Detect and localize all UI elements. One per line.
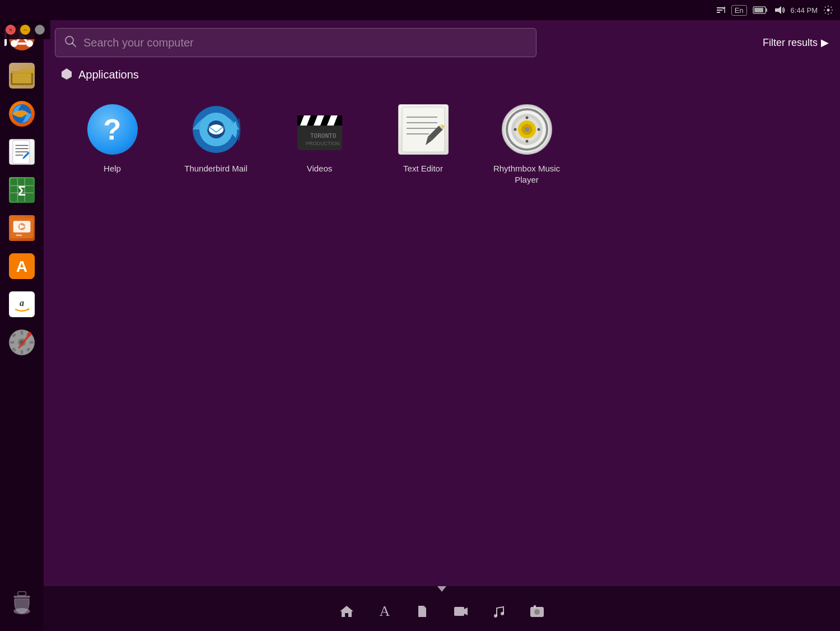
bottom-item-applications[interactable]: A xyxy=(371,598,398,625)
app-label-videos: Videos xyxy=(307,163,333,174)
search-input[interactable] xyxy=(83,36,527,49)
svg-text:PRODUCTION: PRODUCTION xyxy=(306,141,340,146)
battery-indicator xyxy=(753,6,768,15)
svg-text:A: A xyxy=(380,604,390,619)
svg-text:a: a xyxy=(20,298,24,308)
svg-point-87 xyxy=(525,140,528,143)
search-icon xyxy=(64,35,77,50)
close-button[interactable]: × xyxy=(6,25,16,35)
app-label-thunderbird: Thunderbird Mail xyxy=(184,163,248,174)
svg-line-55 xyxy=(72,43,76,47)
bottom-item-music[interactable] xyxy=(486,598,512,625)
dock-item-trash[interactable] xyxy=(4,585,39,620)
svg-rect-53 xyxy=(18,592,26,596)
svg-text:TORONTO: TORONTO xyxy=(310,132,336,140)
app-item-rhythmbox[interactable]: Rhythmbox Music Player xyxy=(475,97,578,198)
help-icon: ? xyxy=(86,103,139,156)
svg-text:A: A xyxy=(16,258,27,275)
svg-point-50 xyxy=(27,332,31,336)
svg-point-97 xyxy=(534,609,540,615)
filter-results-arrow: ▶ xyxy=(821,36,829,49)
window-controls: × − xyxy=(0,20,50,39)
app-item-help[interactable]: ? Help xyxy=(60,97,164,198)
svg-marker-56 xyxy=(62,68,72,80)
dock-item-calc[interactable]: Σ xyxy=(4,173,39,207)
svg-rect-4 xyxy=(766,8,767,12)
dock-item-system-settings[interactable] xyxy=(4,325,39,360)
bottom-item-home[interactable] xyxy=(333,598,360,625)
app-item-text-editor[interactable]: Text Editor xyxy=(371,97,475,198)
svg-text:Σ: Σ xyxy=(18,184,26,198)
filter-results-button[interactable]: Filter results ▶ xyxy=(763,36,829,49)
svg-rect-45 xyxy=(30,341,34,344)
search-area: Filter results ▶ xyxy=(44,20,840,63)
svg-point-60 xyxy=(209,124,223,134)
dock-item-software-center[interactable]: A xyxy=(4,249,39,284)
language-indicator[interactable]: En xyxy=(731,5,747,16)
svg-rect-44 xyxy=(10,341,14,344)
svg-marker-93 xyxy=(464,607,468,615)
svg-point-94 xyxy=(494,614,497,618)
dock: Σ A a xyxy=(0,0,44,631)
minimize-button[interactable]: − xyxy=(20,25,30,35)
app-item-thunderbird[interactable]: Thunderbird Mail xyxy=(164,97,268,198)
clock: 6:44 PM xyxy=(791,6,818,15)
bottom-indicator xyxy=(437,586,446,592)
svg-rect-5 xyxy=(754,8,763,12)
svg-point-85 xyxy=(525,127,529,132)
sort-icon[interactable] xyxy=(716,5,726,15)
dock-item-writer[interactable] xyxy=(4,134,39,169)
svg-point-88 xyxy=(514,128,516,131)
rhythmbox-icon xyxy=(500,103,554,156)
svg-point-89 xyxy=(537,128,540,131)
dock-item-firefox[interactable] xyxy=(4,96,39,131)
settings-icon[interactable] xyxy=(823,5,833,15)
text-editor-icon xyxy=(396,103,450,156)
app-label-text-editor: Text Editor xyxy=(403,163,443,174)
app-label-help: Help xyxy=(104,163,121,174)
videos-icon: TORONTO PRODUCTION xyxy=(293,103,347,156)
app-label-rhythmbox: Rhythmbox Music Player xyxy=(488,163,566,185)
section-applications-title: Applications xyxy=(78,68,139,81)
svg-marker-90 xyxy=(340,606,353,617)
svg-rect-15 xyxy=(12,73,31,83)
bottom-item-video[interactable] xyxy=(447,598,474,625)
svg-rect-92 xyxy=(454,607,464,616)
maximize-button[interactable] xyxy=(35,25,45,35)
applications-icon xyxy=(60,67,73,82)
bottom-item-photos[interactable] xyxy=(524,598,550,625)
search-box[interactable] xyxy=(55,28,536,57)
volume-indicator[interactable] xyxy=(774,5,785,15)
svg-marker-6 xyxy=(775,6,781,14)
svg-point-95 xyxy=(501,612,504,615)
main-content: Filter results ▶ Applications ? Help xyxy=(44,0,840,631)
system-bar: En 6:44 PM xyxy=(0,0,840,20)
app-grid: ? Help Thunde xyxy=(44,91,840,203)
dock-item-files[interactable] xyxy=(4,58,39,93)
app-item-videos[interactable]: TORONTO PRODUCTION Videos xyxy=(268,97,371,198)
svg-rect-43 xyxy=(21,350,24,354)
bottom-bar: A xyxy=(44,586,840,631)
svg-point-7 xyxy=(827,9,830,12)
thunderbird-icon xyxy=(189,103,243,156)
section-applications-header: Applications xyxy=(44,63,840,91)
svg-rect-98 xyxy=(534,605,536,607)
bottom-item-files[interactable] xyxy=(409,598,436,625)
dock-item-amazon[interactable]: a xyxy=(4,287,39,322)
svg-point-86 xyxy=(525,117,528,119)
svg-rect-42 xyxy=(21,331,24,335)
dock-item-impress[interactable] xyxy=(4,211,39,245)
